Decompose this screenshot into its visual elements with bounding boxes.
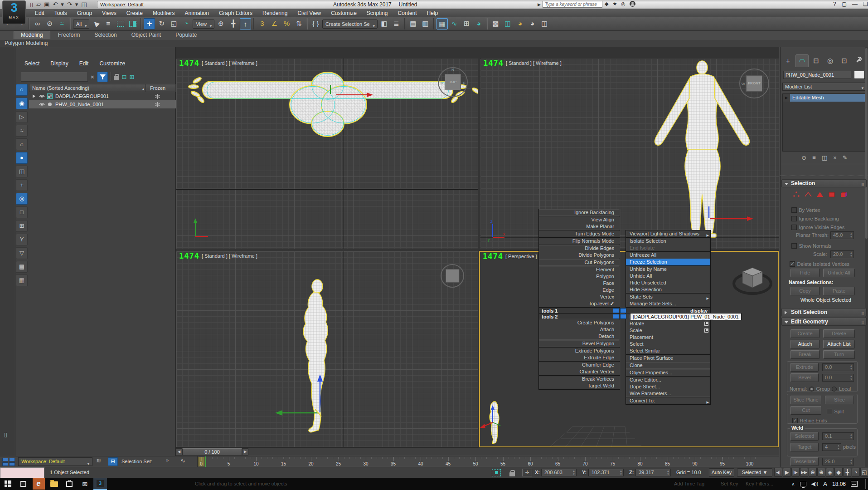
open-containers-icon[interactable]: ◫: [539, 18, 550, 29]
angle-snap-icon[interactable]: ∠: [269, 18, 280, 29]
next-frame-arrow[interactable]: ▶: [242, 448, 248, 456]
z-coordinate-field[interactable]: 39.317▲▼: [635, 469, 671, 476]
ribbon-tab-modeling[interactable]: Modeling: [14, 31, 50, 39]
quad-item-scale[interactable]: Scale: [626, 327, 710, 334]
quad-item-bevel-polygon[interactable]: Bevel Polygon: [539, 340, 620, 347]
window-crossing-icon[interactable]: [127, 18, 138, 29]
reference-coordinate-dropdown[interactable]: View▼: [193, 20, 214, 29]
viewcube-face-label[interactable]: [446, 269, 459, 283]
create-tab[interactable]: +: [781, 54, 795, 67]
bevel-spinner[interactable]: 0.0▲▼: [822, 374, 854, 382]
application-menu-button[interactable]: 3 MAX: [2, 0, 26, 24]
ribbon-toggle-icon[interactable]: ▥: [420, 18, 431, 29]
bind-to-space-warp-icon[interactable]: ≈: [56, 18, 68, 29]
explorer-menu-display[interactable]: Display: [46, 60, 73, 67]
quad-item-select-similar[interactable]: Select Similar: [626, 348, 710, 354]
quad-item-unhide-by-name[interactable]: Unhide by Name: [626, 266, 710, 273]
mini-curve-icon[interactable]: ∿: [180, 457, 185, 464]
settings-box-icon[interactable]: [704, 328, 708, 333]
name-column-header[interactable]: Name (Sorted Ascending): [29, 85, 89, 91]
filter-spacewarps-icon[interactable]: ◫: [16, 166, 28, 177]
weld-target-button[interactable]: Target: [790, 443, 819, 451]
select-and-manipulate-icon[interactable]: ╋: [228, 18, 239, 29]
open-file-icon[interactable]: ▱: [36, 0, 41, 9]
quad-item-convert-to[interactable]: Convert To:▶: [626, 397, 710, 404]
communication-center-icon[interactable]: ◆: [605, 1, 608, 7]
project-folder-icon[interactable]: ◫: [81, 0, 87, 9]
mail-icon[interactable]: ✉: [77, 478, 92, 490]
object-name-field[interactable]: PHW_00_Nude_0001: [783, 71, 851, 79]
turn-button[interactable]: Turn: [823, 350, 855, 359]
menu-content[interactable]: Content: [393, 9, 422, 17]
quad-item-hide-selection[interactable]: Hide Selection: [626, 286, 710, 293]
task-view-button[interactable]: [15, 478, 31, 490]
file-explorer-icon[interactable]: [46, 478, 62, 490]
modifier-stack[interactable]: ▶ Editable Mesh: [782, 93, 867, 152]
ribbon-tab-populate[interactable]: Populate: [169, 31, 204, 39]
filter-shapes-icon[interactable]: ▷: [16, 111, 28, 123]
previous-frame-arrow[interactable]: ◀: [176, 448, 182, 456]
play-button[interactable]: ▶: [783, 468, 791, 477]
remove-modifier-icon[interactable]: ×: [833, 154, 837, 161]
menu-civil-view[interactable]: Civil View: [292, 9, 326, 17]
filter-biped-icon[interactable]: Y: [16, 234, 28, 245]
x-coordinate-field[interactable]: 200.603▲▼: [541, 469, 577, 476]
quad-item-detach[interactable]: Detach: [539, 333, 620, 340]
menu-scripting[interactable]: Scripting: [362, 9, 393, 17]
ribbon-tab-selection[interactable]: Selection: [87, 31, 123, 39]
explorer-column-header[interactable]: Name (Sorted Ascending) ▲ Frozen: [29, 84, 176, 92]
quad-item-vertex[interactable]: Vertex: [539, 294, 620, 300]
pin-stack-icon[interactable]: ⊙: [801, 154, 806, 161]
isolate-selection-toggle-icon[interactable]: [492, 469, 501, 476]
quad-item-make-planar[interactable]: Make Planar: [539, 223, 620, 230]
quad-item-isolate-selection[interactable]: Isolate Selection: [626, 238, 710, 245]
scene-explorer-icon[interactable]: ▦: [436, 18, 448, 29]
quad-item-state-sets[interactable]: State Sets▶: [626, 294, 710, 300]
quad-item-viewport-lighting-and-shadows[interactable]: Viewport Lighting and Shadows▶: [626, 230, 710, 237]
viewcube-front[interactable]: FRONT W: [739, 69, 769, 98]
tessellate-button[interactable]: Tessellate: [790, 457, 819, 466]
quad-item-place-pivot-surface[interactable]: Place Pivot Surface: [626, 355, 710, 362]
selected-dropdown[interactable]: Selected ▼: [737, 468, 772, 477]
align-icon[interactable]: ≣: [391, 18, 402, 29]
favorites-icon[interactable]: ★: [612, 1, 617, 7]
viewport-label-text[interactable]: [ Standard ] [ Wireframe ]: [202, 60, 257, 66]
clear-search-icon[interactable]: ×: [91, 74, 94, 80]
menu-rendering[interactable]: Rendering: [257, 9, 292, 17]
redo-qat-icon[interactable]: ↷: [67, 0, 72, 9]
menu-help[interactable]: Help: [422, 9, 443, 17]
quad-item-hide-unselected[interactable]: Hide Unselected: [626, 279, 710, 286]
scale-spinner[interactable]: 20.0▲▼: [830, 250, 854, 258]
layer-view-icon[interactable]: ⊞: [130, 74, 135, 80]
face-subobject-icon[interactable]: [816, 191, 824, 198]
quad-item-element[interactable]: Element: [539, 266, 620, 273]
ribbon-panel-strip[interactable]: Polygon Modeling: [0, 39, 868, 47]
viewcube-face-label[interactable]: FRONT: [746, 75, 762, 92]
display-tab[interactable]: ⊡: [838, 54, 851, 67]
ribbon-tab-object-paint[interactable]: Object Paint: [125, 31, 168, 39]
quad-item-create-polygons[interactable]: Create Polygons: [539, 319, 620, 326]
filter-bones-icon[interactable]: □: [16, 206, 28, 218]
weld-selected-button[interactable]: Selected: [790, 432, 819, 441]
quad-item-break-vertices[interactable]: Break Vertices: [539, 376, 620, 382]
quad-item-unhide-all[interactable]: Unhide All: [626, 273, 710, 279]
material-editor-icon[interactable]: ◕: [473, 18, 485, 29]
tray-expand-icon[interactable]: ∧: [791, 481, 795, 486]
make-unique-icon[interactable]: ◫: [822, 154, 827, 161]
menu-modifiers[interactable]: Modifiers: [148, 9, 180, 17]
mirror-icon[interactable]: ◧: [378, 18, 390, 29]
undo-caret-icon[interactable]: ▾: [61, 0, 64, 9]
edit-geometry-rollout-header[interactable]: Edit Geometry ⠿: [781, 318, 867, 326]
selection-filter-dropdown[interactable]: All▼: [73, 20, 89, 29]
paste-button[interactable]: Paste: [823, 287, 855, 295]
explorer-menu-select[interactable]: Select: [20, 60, 44, 67]
workspace-dropdown[interactable]: Workspace: Default▼: [97, 1, 868, 8]
keyboard-override-icon[interactable]: ↑: [240, 18, 251, 29]
quad-item-view-align[interactable]: View Align: [539, 216, 620, 223]
schematic-toggle-icon[interactable]: ⊞: [108, 457, 118, 466]
motion-tab[interactable]: ◎: [824, 54, 837, 67]
modify-tab[interactable]: ◠: [795, 54, 809, 67]
slice-button[interactable]: Slice: [825, 396, 854, 404]
command-panel-scrollbar[interactable]: [865, 47, 868, 468]
filter-xrefs-icon[interactable]: ◎: [16, 193, 28, 205]
